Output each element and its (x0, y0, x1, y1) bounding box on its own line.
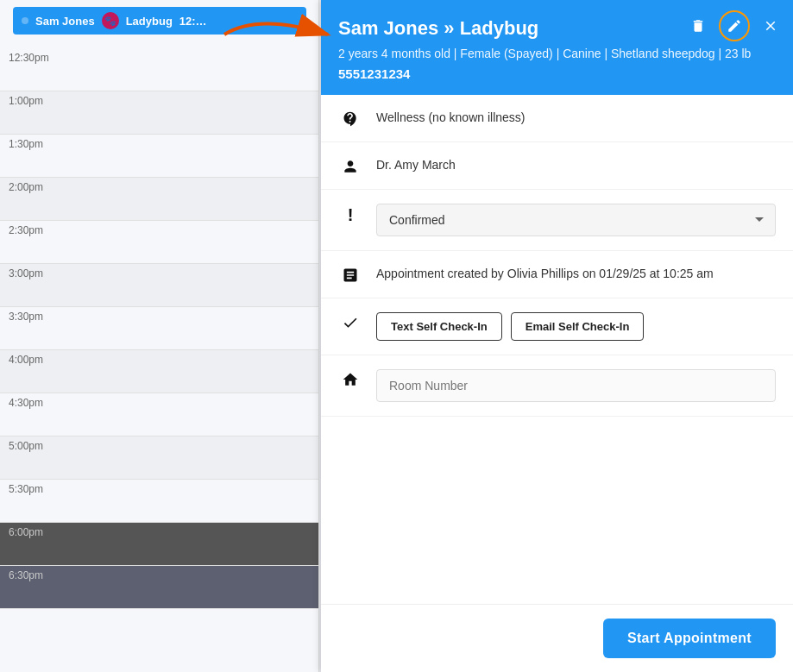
pet-icon: 🐾 (102, 12, 119, 29)
time-label: 5:30pm (9, 483, 43, 495)
time-slot-100: 1:00pm (0, 91, 318, 135)
checkin-content: Text Self Check-In Email Self Check-In (376, 312, 776, 341)
time-label: 3:00pm (9, 267, 43, 279)
status-row: ! Confirmed Pending Cancelled Checked In (321, 190, 793, 251)
appointment-bar[interactable]: Sam Jones 🐾 Ladybug 12:… (13, 7, 306, 35)
time-slot-600: 6:00pm (0, 523, 318, 566)
calendar-panel: Sam Jones 🐾 Ladybug 12:… 12:30pm 1:00pm … (0, 0, 319, 672)
room-row (321, 355, 793, 417)
detail-body: Wellness (no known illness) Dr. Amy Marc… (321, 95, 793, 604)
doctor-row: Dr. Amy March (321, 142, 793, 190)
checkin-buttons-group: Text Self Check-In Email Self Check-In (376, 312, 776, 341)
doctor-label: Dr. Amy March (376, 156, 776, 174)
time-label: 1:30pm (9, 138, 43, 150)
service-label: Wellness (no known illness) (376, 109, 776, 127)
time-label: 2:30pm (9, 224, 43, 236)
appointment-time: 12:… (179, 15, 207, 28)
time-slot-530: 5:30pm (0, 480, 318, 523)
time-slot-1230: 12:30pm (0, 48, 318, 91)
delete-button[interactable] (684, 12, 712, 40)
appointment-patient-name: Sam Jones (35, 15, 95, 28)
time-label: 1:00pm (9, 95, 43, 107)
room-icon (338, 371, 362, 388)
room-number-input[interactable] (376, 369, 776, 402)
close-button[interactable] (757, 12, 784, 40)
time-label: 6:00pm (9, 526, 43, 538)
time-slot-330: 3:30pm (0, 307, 318, 350)
service-icon (338, 110, 362, 128)
time-label: 5:00pm (9, 440, 43, 452)
time-slot-630: 6:30pm (0, 566, 318, 609)
notes-icon (338, 267, 362, 284)
email-checkin-button[interactable]: Email Self Check-In (511, 312, 645, 341)
header-actions (684, 10, 784, 41)
time-label: 4:30pm (9, 397, 43, 409)
start-appointment-button[interactable]: Start Appointment (603, 619, 776, 658)
room-content (376, 369, 776, 402)
time-slot-230: 2:30pm (0, 221, 318, 264)
time-label: 12:30pm (9, 52, 49, 64)
time-label: 3:30pm (9, 311, 43, 323)
time-slot-130: 1:30pm (0, 135, 318, 178)
audit-row: Appointment created by Olivia Phillips o… (321, 251, 793, 298)
doctor-icon (338, 158, 362, 175)
service-row: Wellness (no known illness) (321, 95, 793, 142)
edit-button[interactable] (719, 10, 750, 41)
patient-info-subtitle: 2 years 4 months old | Female (Spayed) |… (338, 45, 776, 63)
detail-header: Sam Jones » Ladybug 2 years 4 months old… (321, 0, 793, 95)
time-slot-430: 4:30pm (0, 393, 318, 436)
time-slot-400: 4:00pm (0, 350, 318, 393)
detail-panel: Sam Jones » Ladybug 2 years 4 months old… (321, 0, 793, 672)
time-slot-500: 5:00pm (0, 436, 318, 480)
time-label: 2:00pm (9, 181, 43, 193)
time-label: 6:30pm (9, 569, 43, 581)
time-label: 4:00pm (9, 354, 43, 366)
status-content: Confirmed Pending Cancelled Checked In (376, 204, 776, 236)
status-icon: ! (338, 205, 362, 225)
status-dropdown[interactable]: Confirmed Pending Cancelled Checked In (376, 204, 776, 236)
detail-footer: Start Appointment (321, 604, 793, 672)
audit-note-label: Appointment created by Olivia Phillips o… (376, 265, 776, 283)
text-checkin-button[interactable]: Text Self Check-In (376, 312, 502, 341)
time-slot-300: 3:00pm (0, 264, 318, 307)
patient-phone: 5551231234 (338, 66, 776, 81)
checkin-row: Text Self Check-In Email Self Check-In (321, 298, 793, 355)
appointment-pet-name: Ladybug (126, 15, 173, 28)
checkin-icon (338, 314, 362, 331)
status-dot (22, 17, 28, 24)
time-slot-200: 2:00pm (0, 178, 318, 221)
